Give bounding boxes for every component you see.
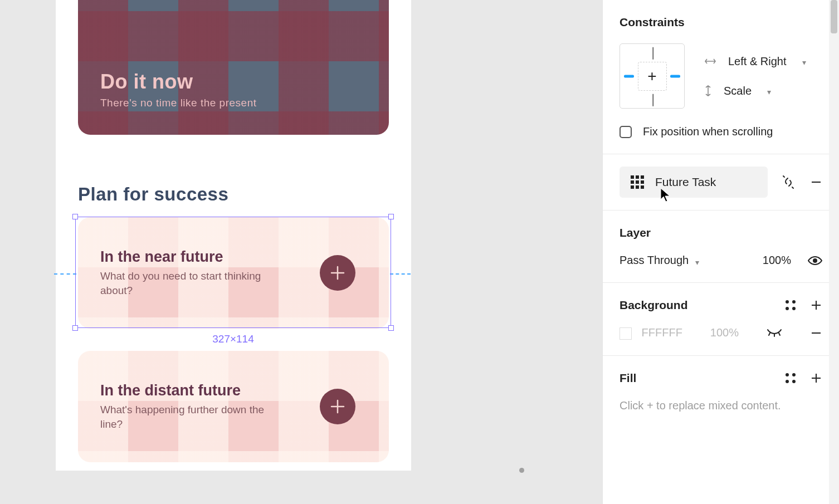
- svg-point-7: [813, 259, 817, 262]
- panel-scrollbar[interactable]: [829, 0, 839, 504]
- svg-line-4: [783, 176, 784, 177]
- horizontal-constraint-select[interactable]: Left & Right ▾: [705, 55, 806, 68]
- constraints-widget[interactable]: │ + │: [620, 43, 685, 109]
- detach-instance-icon[interactable]: [781, 175, 796, 189]
- component-grid-icon: [631, 175, 644, 189]
- eye-closed-icon[interactable]: [767, 329, 782, 337]
- card-subtitle: What do you need to start thinking about…: [100, 269, 284, 297]
- alignment-guide: [390, 273, 411, 275]
- component-instance-pill[interactable]: Future Task: [620, 167, 768, 198]
- fill-section: Fill Click + to replace mixed content.: [603, 356, 839, 428]
- svg-line-12: [779, 333, 780, 335]
- horizontal-arrows-icon: [705, 58, 716, 65]
- minus-icon[interactable]: [810, 327, 822, 339]
- card-do-it-now[interactable]: Do it now There's no time like the prese…: [78, 0, 389, 135]
- cursor-icon: [660, 188, 671, 202]
- vertical-constraint-select[interactable]: Scale ▾: [705, 85, 806, 97]
- card-near-future[interactable]: In the near future What do you need to s…: [78, 217, 389, 329]
- section-heading: Plan for success: [78, 184, 228, 205]
- add-icon[interactable]: [320, 389, 355, 424]
- chevron-down-icon: ▾: [695, 258, 699, 267]
- card-subtitle: What's happening further down the line?: [100, 403, 284, 431]
- opacity-field[interactable]: 100%: [763, 254, 791, 267]
- design-canvas[interactable]: Do it now There's no time like the prese…: [0, 0, 531, 504]
- card-title: In the distant future: [100, 382, 284, 399]
- fill-hint-text: Click + to replace mixed content.: [620, 399, 822, 412]
- svg-line-10: [769, 333, 770, 335]
- card-title: In the near future: [100, 248, 284, 266]
- vertical-arrows-icon: [705, 85, 711, 96]
- scroll-indicator: [519, 468, 524, 473]
- background-section: Background FFFFFF 100%: [603, 283, 839, 356]
- layer-section: Layer Pass Through ▾ 100%: [603, 211, 839, 283]
- chevron-down-icon: ▾: [802, 58, 806, 67]
- fix-position-checkbox[interactable]: [620, 126, 632, 138]
- background-color-field[interactable]: FFFFFF: [620, 326, 682, 340]
- card-distant-future[interactable]: In the distant future What's happening f…: [78, 351, 389, 462]
- artboard[interactable]: Do it now There's no time like the prese…: [56, 0, 411, 471]
- constraints-section: Constraints │ + │ Left & Right ▾: [603, 0, 839, 154]
- alignment-guide: [54, 273, 76, 275]
- plus-icon[interactable]: [810, 299, 822, 311]
- style-picker-icon[interactable]: [786, 373, 796, 383]
- component-section: Future Task: [603, 154, 839, 211]
- card-subtitle: There's no time like the present: [100, 97, 367, 109]
- color-swatch[interactable]: [620, 327, 632, 340]
- add-icon[interactable]: [320, 255, 355, 291]
- svg-line-5: [792, 187, 793, 188]
- card-title: Do it now: [100, 70, 367, 94]
- eye-icon[interactable]: [808, 256, 822, 266]
- chevron-down-icon: ▾: [767, 87, 771, 96]
- selection-dimensions: 327×114: [209, 332, 257, 346]
- background-opacity-field[interactable]: 100%: [710, 326, 739, 339]
- constraint-value: Left & Right: [728, 55, 787, 68]
- section-heading: Fill: [620, 371, 636, 385]
- inspector-panel: Constraints │ + │ Left & Right ▾: [602, 0, 839, 504]
- plus-icon[interactable]: [810, 372, 822, 384]
- minus-icon[interactable]: [810, 176, 822, 188]
- section-heading: Background: [620, 299, 688, 312]
- section-heading: Constraints: [620, 16, 822, 29]
- component-name: Future Task: [655, 175, 716, 189]
- scrollbar-thumb[interactable]: [831, 0, 837, 33]
- style-picker-icon[interactable]: [786, 300, 796, 310]
- fix-position-label: Fix position when scrolling: [643, 125, 773, 138]
- blend-mode-select[interactable]: Pass Through ▾: [620, 254, 699, 267]
- section-heading: Layer: [620, 226, 822, 239]
- constraint-value: Scale: [724, 85, 752, 97]
